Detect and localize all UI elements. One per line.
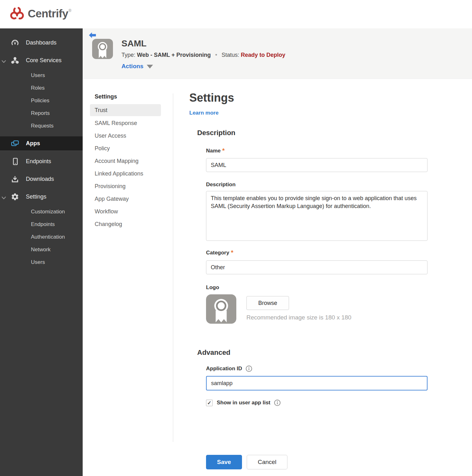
registered-mark: ®	[68, 9, 71, 13]
name-label: Name	[206, 148, 221, 154]
show-in-user-app-list-label: Show in user app list	[217, 400, 270, 406]
actions-label: Actions	[121, 63, 144, 70]
subnav-header: Settings	[95, 93, 173, 100]
sidebar-item-reports[interactable]: Reports	[0, 107, 83, 120]
type-value: Web - SAML + Provisioning	[137, 52, 211, 58]
type-label: Type:	[121, 52, 135, 58]
info-icon[interactable]	[245, 365, 252, 372]
sidebar-item-authentication[interactable]: Authentication	[0, 231, 83, 243]
sidebar-item-settings-users[interactable]: Users	[0, 256, 83, 269]
subnav-item-saml-response[interactable]: SAML Response	[83, 117, 173, 129]
back-arrow-icon[interactable]	[89, 32, 96, 39]
chevron-down-icon	[2, 59, 6, 64]
sidebar-item-settings-endpoints[interactable]: Endpoints	[0, 218, 83, 231]
description-section-heading: Description	[197, 129, 472, 137]
sidebar-item-customization[interactable]: Customization	[0, 205, 83, 218]
logo-ribbon-icon	[206, 294, 236, 324]
meta-separator: •	[215, 52, 217, 58]
sidebar-item-network[interactable]: Network	[0, 243, 83, 256]
subnav-item-user-access[interactable]: User Access	[83, 129, 173, 142]
gear-icon	[11, 193, 19, 201]
logo-label: Logo	[206, 284, 219, 291]
sidebar: Dashboards Core Services Users	[0, 28, 83, 476]
subnav-item-linked-applications[interactable]: Linked Applications	[83, 167, 173, 180]
required-asterisk: *	[222, 147, 225, 154]
description-textarea[interactable]: This template enables you to provide sin…	[206, 191, 428, 241]
sidebar-item-roles[interactable]: Roles	[0, 82, 83, 94]
sidebar-item-core-services[interactable]: Core Services	[0, 51, 83, 69]
app-header: SAML Type: Web - SAML + Provisioning • S…	[83, 28, 472, 79]
app-subnav: Settings Trust SAML Response User Access…	[83, 93, 173, 442]
sidebar-item-policies[interactable]: Policies	[0, 94, 83, 107]
learn-more-link[interactable]: Learn more	[189, 110, 219, 116]
subnav-item-policy[interactable]: Policy	[83, 142, 173, 155]
application-id-label: Application ID	[206, 366, 242, 372]
sidebar-item-settings[interactable]: Settings	[0, 188, 83, 205]
subnav-item-workflow[interactable]: Workflow	[83, 205, 173, 218]
ribbon-icon	[92, 39, 113, 59]
category-label: Category	[206, 250, 229, 256]
sidebar-item-downloads[interactable]: Downloads	[0, 170, 83, 188]
description-label: Description	[206, 181, 236, 188]
show-in-user-app-list-checkbox[interactable]: ✓	[206, 400, 213, 406]
core-services-icon	[11, 56, 19, 65]
sidebar-item-requests[interactable]: Requests	[0, 120, 83, 132]
status-badge: Ready to Deploy	[241, 52, 285, 58]
chevron-down-icon	[2, 195, 6, 201]
subnav-item-account-mapping[interactable]: Account Mapping	[83, 155, 173, 167]
cancel-button[interactable]: Cancel	[247, 455, 287, 469]
subnav-item-provisioning[interactable]: Provisioning	[83, 180, 173, 193]
status-label: Status:	[221, 52, 239, 58]
subnav-item-changelog[interactable]: Changelog	[83, 218, 173, 230]
settings-panel: Settings Learn more Description Name * D…	[173, 79, 472, 476]
app-meta-line: Type: Web - SAML + Provisioning • Status…	[121, 52, 285, 58]
save-button[interactable]: Save	[206, 455, 242, 469]
top-bar: Centrify ®	[0, 0, 472, 28]
application-id-input[interactable]	[206, 376, 428, 390]
caret-down-icon	[147, 65, 153, 68]
sidebar-item-users[interactable]: Users	[0, 69, 83, 82]
download-icon	[11, 175, 19, 183]
sidebar-item-endpoints[interactable]: Endpoints	[0, 152, 83, 170]
apps-icon	[11, 139, 19, 148]
mobile-icon	[11, 157, 19, 166]
browse-button[interactable]: Browse	[246, 296, 289, 310]
sidebar-item-dashboards[interactable]: Dashboards	[0, 34, 83, 51]
category-input[interactable]	[206, 260, 428, 274]
actions-dropdown[interactable]: Actions	[121, 63, 285, 70]
logo-size-hint: Recommended image size is 180 x 180	[246, 314, 351, 321]
page-title: Settings	[189, 92, 472, 104]
centrify-logo: Centrify ®	[9, 6, 71, 22]
info-icon[interactable]	[274, 399, 281, 406]
subnav-item-app-gateway[interactable]: App Gateway	[83, 193, 173, 205]
brand-wordmark: Centrify	[28, 6, 68, 21]
advanced-section-heading: Advanced	[197, 348, 472, 357]
app-title: SAML	[121, 39, 285, 48]
centrify-swirl-icon	[9, 6, 25, 22]
sidebar-item-apps[interactable]: Apps	[0, 136, 83, 151]
gauge-icon	[11, 39, 19, 47]
required-asterisk: *	[231, 249, 233, 256]
name-input[interactable]	[206, 158, 428, 172]
subnav-item-trust[interactable]: Trust	[90, 104, 161, 116]
